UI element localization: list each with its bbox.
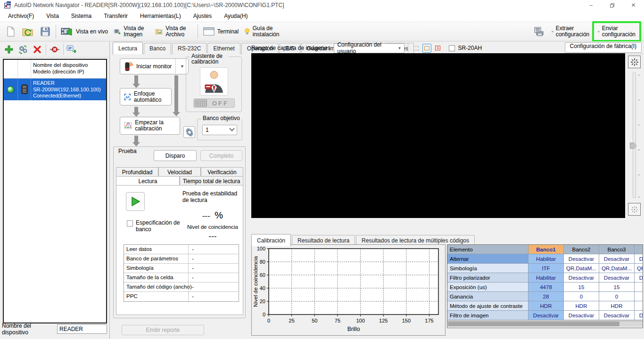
bank-col-header[interactable]: Banco3 <box>599 245 635 254</box>
bank-cell[interactable]: Desactivar <box>599 311 635 320</box>
test-result-value: - <box>189 264 239 273</box>
send-config-label: Enviar configuración <box>602 25 636 38</box>
zoom-in-burst-icon <box>630 58 639 66</box>
device-name-input[interactable] <box>57 324 107 334</box>
bank-cell[interactable]: 4478 <box>528 282 564 292</box>
bank-cell[interactable]: Desactivar <box>564 311 599 320</box>
extract-config-button[interactable]: Extraer configuración <box>549 23 592 40</box>
autofocus-button[interactable]: AF Enfoque automático <box>120 88 172 105</box>
zoom-out-button[interactable] <box>628 203 641 216</box>
bank-cell[interactable]: Desactivar <box>564 254 599 264</box>
main-tab[interactable]: Banco <box>144 43 171 54</box>
ip-export-button[interactable]: IP <box>65 43 79 56</box>
menu-item[interactable]: Sistema <box>65 11 98 21</box>
close-button[interactable]: ✕ <box>623 0 644 10</box>
menu-item[interactable]: Ajustes <box>187 11 218 21</box>
result-tab[interactable]: Calibración <box>251 234 291 246</box>
bank-cell[interactable]: Desactivar <box>635 254 643 264</box>
bank-col-header[interactable]: Banco1 <box>528 245 564 254</box>
bank-cell[interactable]: 0 <box>635 292 643 301</box>
sr20ah-checkbox[interactable] <box>449 45 455 51</box>
bank-cell[interactable]: 0 <box>564 292 599 301</box>
minimize-button[interactable]: – <box>580 0 602 10</box>
bank-cell[interactable]: HDR <box>599 301 635 311</box>
bank-cell[interactable]: HDR <box>564 301 599 311</box>
bank-row-label[interactable]: Método de ajuste de contraste <box>447 301 528 311</box>
bank-cell[interactable]: Habilitar <box>528 273 564 282</box>
capture-range1-button[interactable]: 1 <box>433 44 442 53</box>
reader-device-icon <box>21 84 28 95</box>
assistant-toggle[interactable]: OFF <box>193 98 235 108</box>
capture-preset-select[interactable]: Configuración del usuario ▼ <box>334 43 405 53</box>
bank-cell[interactable]: 28 <box>528 292 564 301</box>
restore-button[interactable] <box>602 0 623 10</box>
autofocus-icon: AF <box>124 92 131 102</box>
camera-image-view[interactable] <box>251 53 625 218</box>
bank-spec-checkbox[interactable] <box>127 220 133 226</box>
scrollbar-thumb[interactable] <box>448 322 619 326</box>
main-tab[interactable]: Lectura <box>113 42 143 54</box>
start-calibration-button[interactable]: Empezar la calibración <box>120 117 180 135</box>
disconnect-device-button[interactable] <box>48 43 62 56</box>
calibration-settings-button[interactable] <box>183 126 195 138</box>
live-view-button[interactable]: Vista en vivo <box>58 23 111 40</box>
bank-row-label[interactable]: Filtro polarizador <box>447 273 528 282</box>
bank-col-header[interactable] <box>635 245 643 254</box>
zoom-slider-track[interactable] <box>633 72 636 198</box>
delete-device-button[interactable] <box>30 43 44 56</box>
bank-row-label[interactable]: Exposición (us) <box>447 282 528 292</box>
bank-cell[interactable]: ITF <box>528 264 564 273</box>
menu-item[interactable]: Ayuda(H) <box>218 11 254 21</box>
menu-item[interactable]: Herramientas(L) <box>134 11 187 21</box>
install-guide-button[interactable]: Guía de instalación <box>241 23 286 40</box>
bank-cell[interactable]: Desactivar <box>635 273 643 282</box>
save-button[interactable] <box>37 23 54 40</box>
menu-item[interactable]: Archivo(F) <box>2 11 40 21</box>
bank-cell[interactable]: Habilitar <box>528 254 564 264</box>
terminal-button[interactable]: Terminal <box>200 23 241 40</box>
bank-cell[interactable]: Desactivar <box>528 311 564 320</box>
bank-cell[interactable]: HDR <box>635 301 643 311</box>
bank-cell[interactable]: 15 <box>564 282 599 292</box>
bank-cell[interactable]: HDR <box>528 301 564 311</box>
file-view-button[interactable]: Vista de Archivo <box>152 23 196 40</box>
svg-text:150: 150 <box>402 318 411 323</box>
bank-cell[interactable]: Desactivar <box>564 273 599 282</box>
bank-cell[interactable]: 15 <box>635 282 643 292</box>
device-list: Nombre del dispositivo Modelo (dirección… <box>3 59 107 323</box>
report-print-button[interactable] <box>531 23 549 40</box>
bank-row-label[interactable]: Ganancia <box>447 292 528 301</box>
target-bank-select[interactable]: 1 <box>202 125 237 135</box>
new-file-button[interactable] <box>2 23 19 40</box>
calibration-assistant-button[interactable] <box>200 67 228 96</box>
send-config-button[interactable]: Enviar configuración <box>595 23 638 40</box>
refresh-devices-button[interactable] <box>16 43 30 56</box>
test-result-value: - <box>189 292 239 301</box>
add-device-button[interactable] <box>2 43 16 56</box>
image-view-button[interactable]: Vista de Imagen <box>111 23 152 40</box>
bank-cell[interactable]: QR,DataM... <box>599 264 635 273</box>
device-row[interactable]: READER SR-2000W(192.168.100.100) Connect… <box>4 79 106 100</box>
capture-user-range-button[interactable] <box>422 44 431 53</box>
menu-item[interactable]: Vista <box>40 11 65 21</box>
bank-row-label[interactable]: Alternar <box>447 254 528 264</box>
start-monitor-button[interactable]: Iniciar monitor <box>120 59 176 74</box>
bank-table-hscrollbar[interactable] <box>447 321 643 327</box>
trigger-button[interactable]: Disparo <box>154 150 197 161</box>
bank-col-header[interactable]: Banco2 <box>564 245 599 254</box>
bank-cell[interactable]: Desactivar <box>635 311 643 320</box>
bank-row-label[interactable]: Filtro de imagen <box>447 311 528 320</box>
bank-cell[interactable]: 0 <box>599 292 635 301</box>
bank-cell[interactable]: Desactivar <box>599 273 635 282</box>
bank-cell[interactable]: 15 <box>599 282 635 292</box>
open-file-button[interactable] <box>19 23 37 40</box>
bank-cell[interactable]: QR,DataM... <box>635 264 643 273</box>
bank-cell[interactable]: QR,DataM... <box>564 264 599 273</box>
test-result-value: - <box>189 245 239 254</box>
bank-row-label[interactable]: Simbología <box>447 264 528 273</box>
menu-item[interactable]: Transferir <box>98 11 134 21</box>
run-test-button[interactable] <box>126 192 145 211</box>
bank-cell[interactable]: Desactivar <box>599 254 635 264</box>
test-result-label: Leer datos <box>124 245 189 254</box>
zoom-in-button[interactable] <box>628 56 641 68</box>
